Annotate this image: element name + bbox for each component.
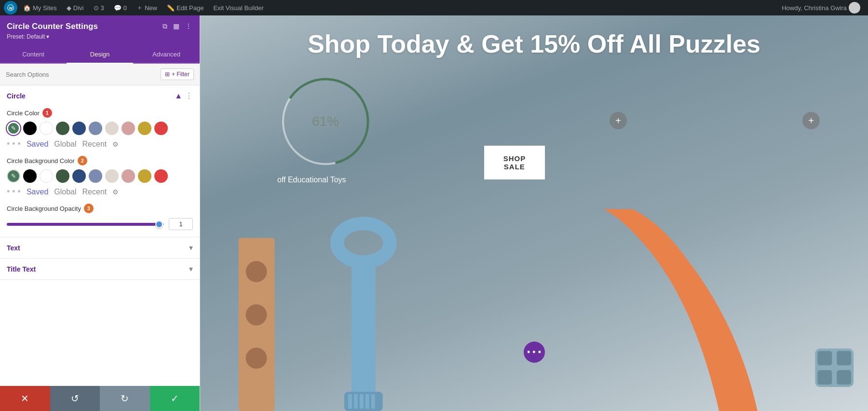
preset-selector[interactable]: Preset: Default ▾	[7, 33, 193, 40]
comment-bubble-menu[interactable]: 💬 0	[110, 0, 131, 15]
section-collapse-toggle[interactable]: ▲	[175, 92, 182, 100]
add-section-button-2[interactable]: +	[802, 112, 820, 129]
undo-icon: ↺	[71, 393, 79, 404]
section-menu-icon[interactable]: ⋮	[185, 91, 193, 100]
opacity-input[interactable]: 1	[169, 218, 193, 230]
section-title-text-toggle[interactable]: ▾	[189, 264, 193, 274]
more-swatches-dots[interactable]: • • •	[7, 139, 21, 149]
swatches-settings-icon[interactable]: ⚙	[112, 140, 119, 148]
section-text-header[interactable]: Text ▾	[0, 237, 200, 258]
panel-tabs: Content Design Advanced	[0, 46, 200, 64]
bg-more-swatches-dots[interactable]: • • •	[7, 187, 21, 197]
section-title-text-header[interactable]: Title Text ▾	[0, 259, 200, 279]
section-circle-body: Circle Color 1 ✎	[0, 106, 200, 237]
bg-color-swatch-gold[interactable]	[138, 169, 151, 183]
circle-color-label: Circle Color 1	[7, 108, 193, 118]
bg-color-swatch-none[interactable]	[154, 169, 168, 183]
circle-bg-color-swatches: ✎	[7, 169, 193, 183]
purple-dot-menu-button[interactable]: • • •	[524, 342, 545, 363]
svg-rect-9	[352, 260, 376, 409]
color-swatch-light-tan[interactable]	[105, 122, 119, 135]
divi-icon: ◆	[67, 4, 71, 12]
home-icon: 🏠	[23, 4, 31, 12]
tab-content[interactable]: Content	[0, 46, 67, 64]
color-swatch-black[interactable]	[23, 122, 37, 135]
bg-saved-swatches-label[interactable]: Saved	[27, 188, 48, 196]
saved-swatches-label[interactable]: Saved	[27, 140, 48, 149]
my-sites-menu[interactable]: 🏠 My Sites	[19, 0, 61, 15]
svg-point-5	[246, 261, 267, 282]
color-swatch-white[interactable]	[40, 122, 53, 135]
undo-button[interactable]: ↺	[50, 386, 100, 411]
bg-global-swatches-label[interactable]: Global	[54, 188, 76, 196]
circle-bg-color-label: Circle Background Color 2	[7, 156, 193, 165]
color-swatch-dark-green[interactable]	[56, 122, 69, 135]
color-swatch-slate[interactable]	[89, 122, 102, 135]
panel-content: Circle ▲ ⋮ Circle Color 1 ✎	[0, 85, 200, 386]
color-swatch-dark-blue[interactable]	[72, 122, 86, 135]
bg-color-swatch-dark-green[interactable]	[56, 169, 69, 183]
cancel-button[interactable]: ✕	[0, 386, 50, 411]
comments-menu[interactable]: ⊙ 3	[90, 0, 108, 15]
collapse-icon[interactable]: ⧉	[162, 21, 168, 31]
page-background: Shop Today & Get 15% Off All Puzzles 61%…	[200, 15, 868, 411]
circle-counter[interactable]: 61%	[277, 73, 374, 170]
edit-page-menu[interactable]: ✏️ Edit Page	[163, 0, 207, 15]
section-title-text: Title Text ▾	[0, 259, 200, 280]
bg-color-swatch-light-tan[interactable]	[105, 169, 119, 183]
bg-color-swatch-pencil[interactable]: ✎	[7, 169, 20, 183]
shop-sale-button[interactable]: SHOP SALE	[484, 146, 545, 179]
section-circle-header[interactable]: Circle ▲ ⋮	[0, 85, 200, 106]
page-editor: Shop Today & Get 15% Off All Puzzles 61%…	[200, 15, 868, 411]
admin-bar: W 🏠 My Sites ◆ Divi ⊙ 3 💬 0 ＋ New ✏️ Edi…	[0, 0, 868, 15]
bg-recent-swatches-label[interactable]: Recent	[82, 188, 107, 196]
more-options-icon[interactable]: ⋮	[184, 21, 193, 31]
circle-icon: ⊙	[94, 4, 99, 12]
search-input[interactable]	[6, 71, 157, 78]
dot-menu-icon: • • •	[527, 347, 541, 357]
circle-sub-text: off Educational Toys	[277, 176, 346, 184]
bottom-toolbar: ✕ ↺ ↻ ✓	[0, 386, 200, 411]
exit-builder-button[interactable]: Exit Visual Builder	[209, 0, 268, 15]
global-swatches-label[interactable]: Global	[54, 140, 76, 149]
new-content-menu[interactable]: ＋ New	[133, 0, 161, 15]
bg-color-swatch-white[interactable]	[40, 169, 53, 183]
panel-title: Circle Counter Settings	[7, 22, 98, 31]
color-swatch-pink[interactable]	[122, 122, 135, 135]
bg-color-swatch-dark-blue[interactable]	[72, 169, 86, 183]
section-circle-title: Circle	[7, 92, 26, 100]
bg-color-swatch-pink[interactable]	[122, 169, 135, 183]
filter-button[interactable]: ⊞ + Filter	[161, 68, 194, 80]
plus-icon: ＋	[136, 3, 143, 12]
save-button[interactable]: ✓	[150, 386, 200, 411]
color-swatch-gold[interactable]	[138, 122, 151, 135]
svg-rect-14	[366, 394, 369, 409]
color-swatch-none[interactable]	[154, 122, 168, 135]
svg-rect-13	[360, 394, 364, 409]
svg-point-8	[337, 223, 390, 262]
tab-design[interactable]: Design	[67, 46, 133, 64]
hero-heading: Shop Today & Get 15% Off All Puzzles	[308, 30, 760, 59]
svg-rect-15	[371, 394, 375, 409]
redo-button[interactable]: ↻	[100, 386, 150, 411]
edit-icon: ✏️	[167, 4, 175, 12]
comment-icon: 💬	[114, 4, 122, 12]
color-swatch-pencil[interactable]: ✎	[7, 122, 20, 135]
add-section-button-1[interactable]: +	[610, 112, 627, 129]
wordpress-logo[interactable]: W	[4, 1, 17, 14]
search-bar: ⊞ + Filter	[0, 64, 200, 85]
tab-advanced[interactable]: Advanced	[133, 46, 200, 64]
circle-bg-opacity-label: Circle Background Opacity 3	[7, 204, 193, 213]
section-text-toggle[interactable]: ▾	[189, 243, 193, 252]
user-greeting[interactable]: Howdy, Christina Gwira	[778, 2, 864, 14]
grid-icon[interactable]: ▦	[172, 21, 180, 31]
bg-color-swatch-black[interactable]	[23, 169, 37, 183]
bg-swatches-settings-icon[interactable]: ⚙	[112, 188, 119, 196]
panel-header: Circle Counter Settings ⧉ ▦ ⋮ Preset: De…	[0, 15, 200, 46]
recent-swatches-label[interactable]: Recent	[82, 140, 107, 149]
chevron-down-icon: ▾	[46, 33, 49, 40]
bg-color-swatch-slate[interactable]	[89, 169, 102, 183]
svg-rect-18	[837, 351, 851, 365]
divi-menu[interactable]: ◆ Divi	[63, 0, 88, 15]
opacity-slider[interactable]	[7, 223, 164, 226]
